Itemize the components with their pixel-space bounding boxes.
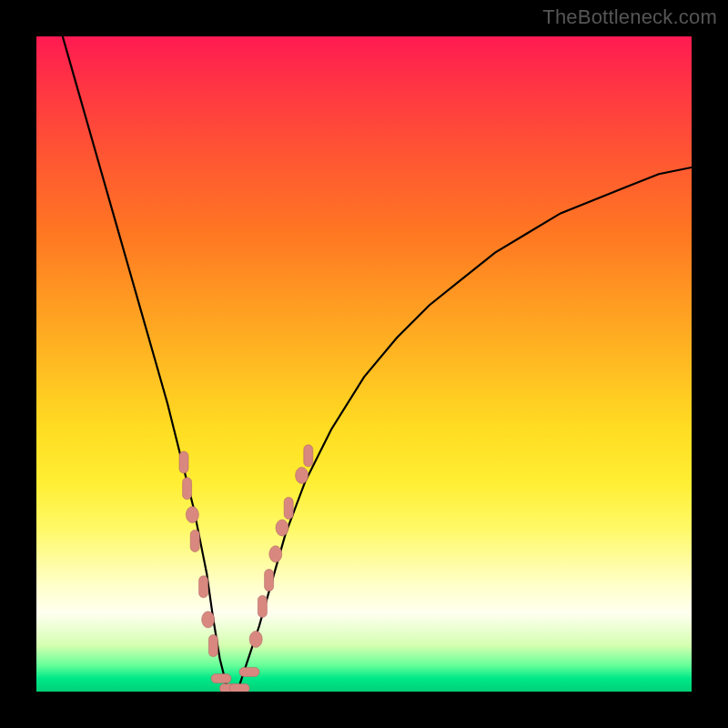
curve-marker [179, 451, 188, 473]
curve-marker [211, 674, 231, 683]
curve-marker [190, 530, 199, 551]
curve-marker [208, 635, 217, 657]
curve-marker [258, 595, 267, 617]
bottleneck-chart-svg [36, 36, 692, 692]
curve-markers [179, 445, 313, 692]
curve-marker [199, 576, 208, 598]
watermark-label: TheBottleneck.com [542, 5, 717, 29]
curve-marker [249, 631, 262, 647]
curve-marker [202, 612, 215, 628]
curve-marker [304, 445, 313, 467]
curve-marker [284, 497, 293, 519]
curve-marker [239, 667, 259, 676]
curve-marker [276, 520, 288, 536]
chart-frame: TheBottleneck.com [0, 0, 728, 728]
plot-area [36, 36, 692, 692]
curve-marker [229, 683, 249, 692]
curve-marker [265, 570, 274, 592]
curve-marker [296, 467, 308, 483]
curve-marker [183, 478, 192, 500]
curve-marker [269, 546, 282, 562]
curve-marker [186, 507, 198, 523]
bottleneck-curve [63, 36, 692, 692]
